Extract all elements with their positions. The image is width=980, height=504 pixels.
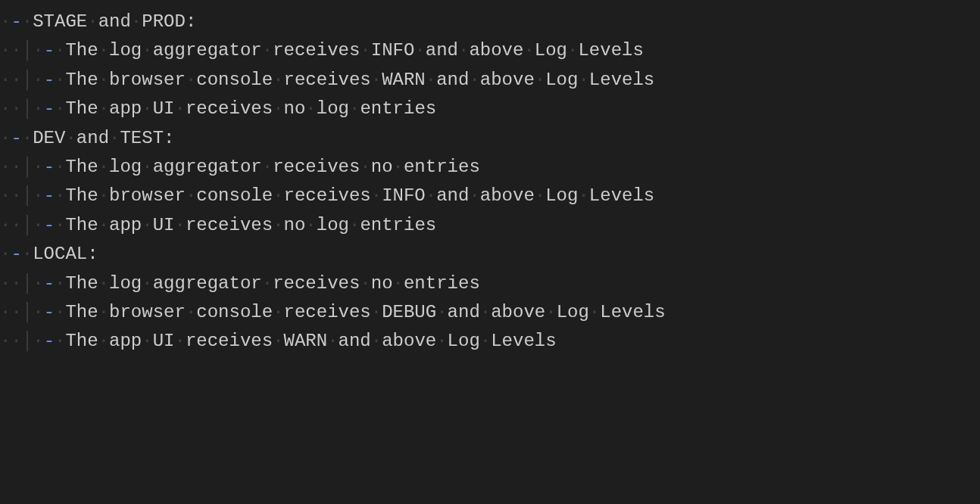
- whitespace-dot: ·: [65, 124, 76, 153]
- item-text: and: [436, 66, 469, 95]
- item-text: console: [196, 298, 273, 327]
- whitespace-dot: ·: [142, 153, 152, 182]
- code-editor[interactable]: ·-·STAGE·and·PROD:··│·-·The·log·aggregat…: [0, 8, 980, 356]
- whitespace-dot: ·: [131, 8, 142, 36]
- whitespace-dot: ·: [0, 36, 11, 65]
- whitespace-dot: ·: [458, 36, 469, 65]
- list-item-line[interactable]: ··│·-·The·browser·console·receives·DEBUG…: [0, 298, 980, 327]
- item-text: app: [109, 327, 142, 356]
- whitespace-dot: ·: [55, 269, 65, 298]
- whitespace-dot: ·: [360, 269, 370, 298]
- whitespace-dot: ·: [436, 298, 447, 327]
- item-text: Levels: [589, 66, 654, 95]
- indent-guide: │: [22, 182, 33, 210]
- whitespace-dot: ·: [98, 153, 109, 182]
- whitespace-dot: ·: [11, 95, 21, 123]
- whitespace-dot: ·: [142, 327, 152, 356]
- item-text: aggregator: [153, 36, 262, 65]
- whitespace-dot: ·: [98, 298, 109, 327]
- list-header-line[interactable]: ·-·DEV·and·TEST:: [0, 124, 980, 153]
- bullet-dash-icon: -: [44, 269, 55, 298]
- item-text: above: [480, 182, 535, 210]
- item-text: above: [382, 327, 436, 356]
- whitespace-dot: ·: [426, 66, 436, 95]
- list-header-line[interactable]: ·-·STAGE·and·PROD:: [0, 8, 980, 36]
- whitespace-dot: ·: [0, 153, 11, 182]
- item-text: log: [109, 269, 142, 298]
- item-text: Levels: [600, 298, 665, 327]
- whitespace-dot: ·: [11, 211, 21, 240]
- item-text: log: [317, 95, 349, 123]
- list-item-line[interactable]: ··│·-·The·app·UI·receives·no·log·entries: [0, 211, 980, 240]
- whitespace-dot: ·: [55, 182, 65, 210]
- bullet-dash-icon: -: [44, 298, 55, 327]
- whitespace-dot: ·: [98, 182, 109, 210]
- bullet-dash-icon: -: [44, 66, 55, 95]
- item-text: above: [491, 298, 545, 327]
- indent-guide: │: [22, 153, 33, 182]
- item-text: Log: [557, 298, 589, 327]
- header-text: DEV: [33, 124, 65, 153]
- whitespace-dot: ·: [109, 124, 120, 153]
- whitespace-dot: ·: [578, 66, 588, 95]
- item-text: The: [65, 298, 98, 327]
- whitespace-dot: ·: [0, 269, 11, 298]
- whitespace-dot: ·: [11, 36, 21, 65]
- whitespace-dot: ·: [142, 36, 152, 65]
- whitespace-dot: ·: [11, 66, 21, 95]
- list-item-line[interactable]: ··│·-·The·browser·console·receives·INFO·…: [0, 182, 980, 210]
- list-header-line[interactable]: ·-·LOCAL:: [0, 240, 980, 269]
- item-text: Log: [448, 327, 480, 356]
- whitespace-dot: ·: [393, 153, 404, 182]
- whitespace-dot: ·: [273, 298, 283, 327]
- item-text: receives: [273, 153, 360, 182]
- whitespace-dot: ·: [393, 269, 404, 298]
- whitespace-dot: ·: [98, 66, 109, 95]
- list-item-line[interactable]: ··│·-·The·browser·console·receives·WARN·…: [0, 66, 980, 95]
- whitespace-dot: ·: [273, 95, 283, 123]
- list-item-line[interactable]: ··│·-·The·log·aggregator·receives·INFO·a…: [0, 36, 980, 65]
- whitespace-dot: ·: [480, 298, 491, 327]
- whitespace-dot: ·: [55, 66, 65, 95]
- bullet-dash-icon: -: [11, 124, 21, 153]
- item-text: and: [339, 327, 371, 356]
- whitespace-dot: ·: [186, 66, 196, 95]
- whitespace-dot: ·: [371, 298, 382, 327]
- list-item-line[interactable]: ··│·-·The·app·UI·receives·no·log·entries: [0, 95, 980, 123]
- whitespace-dot: ·: [22, 8, 33, 36]
- item-text: receives: [186, 211, 273, 240]
- indent-guide: │: [22, 269, 33, 298]
- whitespace-dot: ·: [33, 327, 43, 356]
- whitespace-dot: ·: [175, 211, 186, 240]
- whitespace-dot: ·: [371, 66, 382, 95]
- item-text: no: [371, 153, 393, 182]
- list-item-line[interactable]: ··│·-·The·app·UI·receives·WARN·and·above…: [0, 327, 980, 356]
- list-item-line[interactable]: ··│·-·The·log·aggregator·receives·no·ent…: [0, 269, 980, 298]
- whitespace-dot: ·: [55, 211, 65, 240]
- item-text: receives: [284, 66, 371, 95]
- whitespace-dot: ·: [186, 298, 196, 327]
- whitespace-dot: ·: [55, 327, 65, 356]
- item-text: and: [448, 298, 480, 327]
- whitespace-dot: ·: [186, 182, 196, 210]
- item-text: receives: [186, 327, 273, 356]
- bullet-dash-icon: -: [44, 36, 55, 65]
- whitespace-dot: ·: [0, 124, 11, 153]
- indent-guide: │: [22, 66, 33, 95]
- item-text: receives: [273, 269, 360, 298]
- list-item-line[interactable]: ··│·-·The·log·aggregator·receives·no·ent…: [0, 153, 980, 182]
- whitespace-dot: ·: [589, 298, 600, 327]
- whitespace-dot: ·: [535, 66, 545, 95]
- item-text: console: [196, 182, 273, 210]
- whitespace-dot: ·: [98, 95, 109, 123]
- bullet-dash-icon: -: [44, 327, 55, 356]
- whitespace-dot: ·: [0, 298, 11, 327]
- whitespace-dot: ·: [33, 298, 43, 327]
- item-text: receives: [186, 95, 273, 123]
- whitespace-dot: ·: [273, 211, 283, 240]
- whitespace-dot: ·: [55, 36, 65, 65]
- item-text: log: [317, 211, 349, 240]
- item-text: The: [65, 211, 98, 240]
- whitespace-dot: ·: [535, 182, 545, 210]
- whitespace-dot: ·: [11, 153, 21, 182]
